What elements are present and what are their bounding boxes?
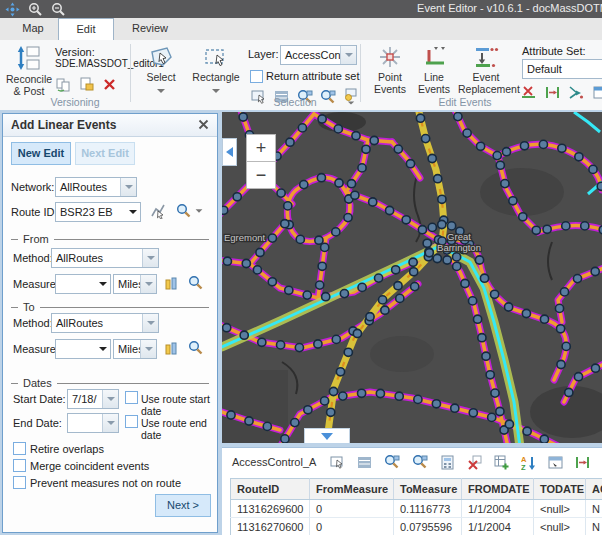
from-method-combobox[interactable]: AllRoutes (51, 248, 159, 268)
reconcile-post-label: Reconcile & Post (6, 73, 52, 97)
from-measure-combobox[interactable] (55, 274, 111, 294)
col-frommeasure[interactable]: FromMeasure (310, 479, 394, 500)
to-unit-combobox[interactable]: Miles (113, 339, 157, 359)
collapse-panel-button[interactable] (222, 138, 237, 166)
merge-coincident-checkbox[interactable] (13, 459, 26, 472)
sort-icon[interactable]: AZ (521, 454, 536, 471)
layer-label: Layer: (248, 48, 279, 60)
network-combobox[interactable]: AllRoutes (55, 177, 137, 197)
edit-events-group-label: Edit Events (410, 96, 520, 108)
from-unit-combobox[interactable]: Miles (113, 274, 157, 294)
table-toolbar: AccessControl_A (222, 448, 602, 476)
close-icon[interactable] (198, 119, 209, 132)
to-method-dropdown-button[interactable] (142, 314, 158, 332)
col-todate[interactable]: TODATE (534, 479, 586, 500)
tab-review[interactable]: Review (122, 18, 178, 39)
field-calculator-icon[interactable] (440, 454, 455, 471)
delete-version-icon[interactable] (101, 76, 118, 93)
tab-edit[interactable]: Edit (58, 18, 114, 41)
from-measure-dropdown-button[interactable] (95, 275, 110, 293)
event-point (591, 364, 599, 372)
event-point (520, 142, 528, 150)
table-zoom-to-selection-icon[interactable] (384, 454, 400, 471)
from-offset-icon[interactable] (161, 274, 179, 292)
to-measure-dropdown-button[interactable] (95, 340, 110, 358)
layer-dropdown-button[interactable] (340, 46, 356, 64)
split-event-icon[interactable] (520, 84, 537, 101)
table-row[interactable]: 11316269600 0 0.1116773 1/1/2004 <null> … (231, 500, 602, 518)
return-attribute-set-checkbox[interactable] (250, 70, 263, 83)
table-row[interactable]: 11316270600 0 0.0795596 1/1/2004 <null> … (231, 518, 602, 535)
route-id-combobox[interactable]: BSR23 EB (55, 202, 141, 222)
pan-icon[interactable] (5, 2, 20, 17)
to-method-combobox[interactable]: AllRoutes (51, 313, 159, 333)
retire-overlaps-checkbox[interactable] (13, 442, 26, 455)
to-unit-dropdown-button[interactable] (140, 340, 156, 358)
clear-selection-icon[interactable] (467, 454, 482, 471)
event-editor-window: Event Editor - v10.6.1 - docMassDOTM Map… (0, 0, 602, 535)
cell-ac: N (586, 518, 602, 535)
start-date-dropdown-button[interactable] (102, 390, 118, 408)
append-records-icon[interactable] (494, 454, 509, 471)
layer-combobox[interactable]: AccessControl_A (280, 45, 357, 65)
prevent-measures-checkbox[interactable] (13, 476, 26, 489)
map-canvas[interactable]: Egremont Great Barrington (222, 112, 602, 443)
reconcile-post-button[interactable]: Reconcile & Post (6, 44, 52, 97)
use-route-end-date-checkbox[interactable] (125, 415, 138, 428)
route-id-dropdown-button[interactable] (125, 203, 140, 221)
select-dropdown-caret[interactable] (157, 89, 165, 93)
event-point (394, 282, 402, 290)
col-tomeasure[interactable]: ToMeasure (394, 479, 462, 500)
event-attributes-icon[interactable] (592, 84, 602, 101)
event-replacement-label: Event Replacement (458, 71, 520, 95)
table-gap-icon[interactable] (575, 454, 590, 471)
new-edit-button[interactable]: New Edit (11, 142, 71, 165)
zoom-to-route-icon[interactable] (175, 202, 203, 220)
event-replacement-button[interactable]: Event Replacement (458, 44, 514, 95)
to-offset-icon[interactable] (161, 339, 179, 357)
map-zoom-in-button[interactable]: + (246, 134, 276, 162)
select-tool-icon (147, 44, 175, 70)
end-date-dropdown-button[interactable] (102, 414, 118, 432)
col-ac[interactable]: AC (586, 479, 602, 500)
use-route-start-date-checkbox[interactable] (125, 391, 138, 404)
rectangle-button[interactable]: Rectangle (190, 44, 242, 95)
event-point (291, 419, 299, 427)
zoom-out-icon[interactable] (51, 2, 66, 17)
network-dropdown-button[interactable] (120, 178, 136, 196)
to-zoom-icon[interactable] (187, 339, 205, 357)
pick-route-icon[interactable] (149, 202, 167, 220)
attribute-set-combobox[interactable]: Default (522, 59, 602, 79)
col-fromdate[interactable]: FROMDATE (462, 479, 534, 500)
show-selected-records-icon[interactable] (357, 454, 372, 471)
next-button[interactable]: Next > (155, 494, 211, 517)
zoom-in-icon[interactable] (28, 2, 43, 17)
new-version-icon[interactable] (78, 76, 95, 93)
event-point (469, 409, 477, 417)
map-viewport[interactable]: Egremont Great Barrington + − (222, 112, 602, 443)
collapse-table-button[interactable] (304, 428, 350, 443)
from-zoom-icon[interactable] (187, 274, 205, 292)
line-events-button[interactable]: Line Events (414, 44, 454, 95)
from-method-dropdown-button[interactable] (142, 249, 158, 267)
map-zoom-out-button[interactable]: − (246, 161, 276, 189)
event-point (519, 213, 527, 221)
merge-events-icon[interactable] (568, 84, 585, 101)
switch-version-icon[interactable] (55, 76, 72, 93)
end-date-combobox[interactable] (67, 413, 119, 433)
point-events-button[interactable]: Point Events (370, 44, 410, 95)
to-measure-combobox[interactable] (55, 339, 111, 359)
event-gap-icon[interactable] (544, 84, 561, 101)
rectangle-dropdown-caret[interactable] (212, 89, 220, 93)
select-button[interactable]: Select (140, 44, 182, 95)
identify-attributes-icon[interactable] (548, 454, 563, 471)
event-point (523, 427, 531, 435)
tab-map[interactable]: Map (10, 18, 56, 39)
table-pan-to-selection-icon[interactable] (412, 454, 428, 471)
table-select-icon[interactable] (330, 454, 345, 471)
event-point (591, 267, 599, 275)
col-routeid[interactable]: RouteID (231, 479, 310, 500)
start-date-combobox[interactable]: 7/18/ (67, 389, 119, 409)
from-unit-dropdown-button[interactable] (140, 275, 156, 293)
next-edit-button[interactable]: Next Edit (75, 142, 135, 165)
